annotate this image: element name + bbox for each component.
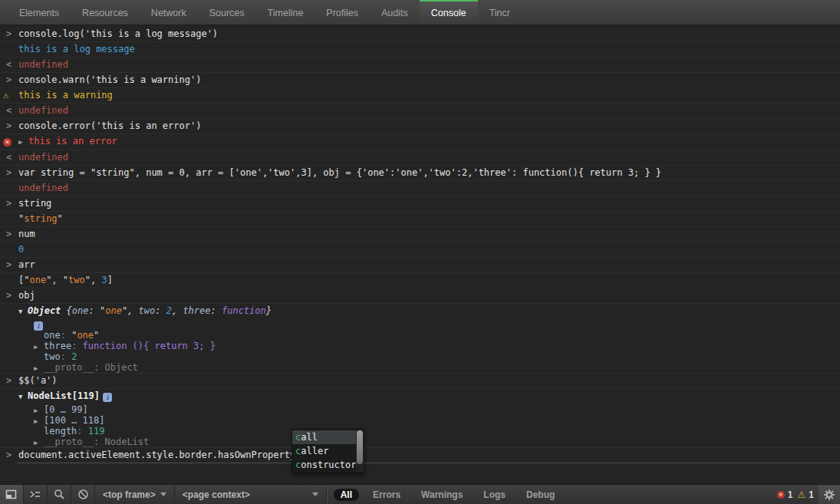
console-text: __proto__ [44, 436, 94, 447]
expander-icon[interactable]: ▶ [34, 341, 44, 352]
console-text: : [71, 341, 82, 351]
console-line-content: obj [18, 288, 35, 303]
console-text: length [44, 426, 77, 436]
expander-icon[interactable]: ▶ [34, 437, 44, 448]
console-text: ] [107, 275, 113, 285]
tree-child-row: one: "one" [0, 330, 840, 341]
console-row-res: <undefined [0, 150, 840, 166]
console-text: undefined [18, 105, 68, 116]
console-line-content: console.error('this is an error') [18, 119, 201, 133]
console-line-content: console.log('this is a log message') [18, 27, 218, 41]
clear-console-button[interactable] [71, 485, 95, 504]
console-text: [0 … 99] [44, 404, 88, 415]
console-row-input: >document.activeElement.style.border.has… [0, 448, 840, 463]
tab-console[interactable]: Console [420, 0, 478, 25]
status-bar: <top frame> <page context> AllErrorsWarn… [0, 484, 840, 504]
console-text: , [172, 305, 183, 316]
filter-warnings[interactable]: Warnings [414, 489, 469, 501]
error-count: 1 [788, 489, 793, 500]
show-console-button[interactable] [24, 485, 48, 504]
tab-audits[interactable]: Audits [370, 0, 420, 25]
console-text: __proto__ [44, 362, 94, 373]
console-line-content: this is a log message [18, 42, 135, 57]
console-text: 2 [166, 305, 172, 316]
autocomplete-item[interactable]: constructor [292, 458, 356, 472]
gutter [0, 242, 18, 257]
expander-icon[interactable]: ▼ [18, 305, 28, 319]
tree-child-row: two: 2 [0, 351, 840, 362]
tab-tincr[interactable]: Tincr [478, 0, 522, 25]
dock-side-button[interactable] [0, 485, 24, 504]
gear-icon [823, 489, 835, 501]
tree-child-row: ▶[100 … 118] [0, 415, 840, 426]
console-input-separator [17, 463, 840, 463]
tab-network[interactable]: Network [140, 0, 198, 25]
filter-logs[interactable]: Logs [476, 489, 512, 501]
tab-resources[interactable]: Resources [71, 0, 140, 25]
prompt-icon: > [0, 258, 18, 272]
warning-count-group[interactable]: ⚠ 1 [798, 489, 819, 500]
console-line-content: ▶this is an error [18, 134, 117, 150]
expander-icon[interactable]: ▶ [34, 363, 44, 374]
search-button[interactable] [48, 485, 71, 504]
expander-icon[interactable]: ▼ [18, 390, 28, 404]
console-row-log: this is a log message [0, 42, 840, 58]
prompt-icon: > [0, 227, 18, 242]
error-icon: × [3, 138, 12, 147]
tab-profiles[interactable]: Profiles [315, 0, 370, 25]
filter-all[interactable]: All [334, 489, 359, 501]
console-text: this is a warning [18, 90, 113, 100]
console-text: [100 … 118] [44, 415, 104, 426]
console-line-content: "string" [18, 212, 63, 226]
console-row-res: <undefined [0, 104, 840, 119]
warning-icon: ⚠ [798, 489, 806, 500]
prompt-icon: > [0, 448, 18, 463]
dock-side-icon [5, 489, 18, 500]
console-row-resp: ▼Object {one: "one", two: 2, three: func… [0, 304, 840, 374]
console-text: function (){ return 3; } [83, 341, 216, 351]
tab-timeline[interactable]: Timeline [256, 0, 315, 25]
console-text: Object [28, 305, 61, 316]
expander-icon[interactable]: ▶ [18, 135, 28, 150]
prompt-icon: > [0, 27, 18, 41]
expander-icon[interactable]: ▶ [34, 405, 44, 416]
tree-child-row: ▶__proto__: Object [0, 362, 840, 373]
console-text: NodeList[119] [28, 390, 100, 401]
filter-errors[interactable]: Errors [366, 489, 407, 501]
error-icon: × [777, 491, 785, 499]
autocomplete-suffix: all [301, 432, 318, 443]
console-text: 3 [101, 275, 107, 285]
scrollbar-thumb[interactable] [357, 430, 363, 464]
search-icon [54, 489, 65, 500]
tab-sources[interactable]: Sources [198, 0, 256, 25]
console-row-cmd: >var string = "string", num = 0, arr = [… [0, 166, 840, 181]
frame-selector[interactable]: <top frame> [95, 485, 175, 504]
expander-icon[interactable]: ▶ [34, 416, 44, 427]
tab-elements[interactable]: Elements [8, 0, 71, 25]
autocomplete-item[interactable]: caller [292, 444, 356, 458]
console-input[interactable]: document.activeElement.style.border.hasO… [18, 448, 323, 463]
settings-button[interactable] [819, 485, 840, 504]
console-panel: >console.log('this is a log message')thi… [0, 25, 840, 484]
warning-icon: ⚠ [0, 88, 18, 103]
autocomplete-item[interactable]: call [292, 430, 356, 444]
console-text: : [211, 305, 222, 316]
filter-debug[interactable]: Debug [519, 489, 562, 501]
error-count-group[interactable]: × 1 [777, 489, 798, 500]
console-text: : " [89, 305, 106, 316]
console-line-content: num [18, 227, 35, 242]
autocomplete-scrollbar[interactable] [356, 430, 364, 473]
console-line-content: undefined [18, 58, 68, 72]
console-text: console.warn('this is a warning') [18, 74, 201, 85]
console-row-resp: 0 [0, 242, 840, 258]
console-text: 0 [18, 244, 24, 255]
console-text: " [58, 213, 63, 224]
result-arrow-icon: < [0, 150, 18, 165]
context-selector[interactable]: <page context> [175, 485, 327, 504]
console-text: [" [18, 275, 29, 285]
console-line-content: 0 [18, 242, 24, 257]
prompt-icon: > [0, 119, 18, 133]
console-text: three [183, 305, 210, 316]
console-text: two [68, 275, 85, 285]
console-text: two [139, 305, 156, 316]
